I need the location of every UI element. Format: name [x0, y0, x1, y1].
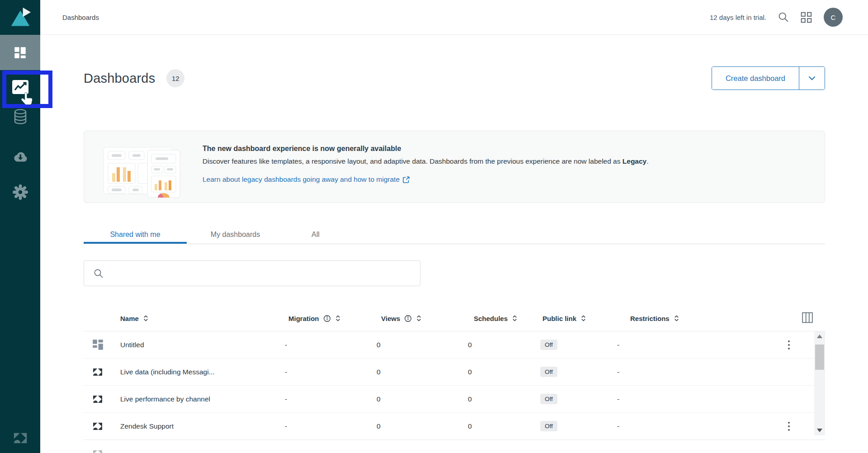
- schedules-cell: 0: [468, 395, 540, 403]
- row-menu-button[interactable]: [788, 422, 790, 431]
- user-avatar[interactable]: C: [824, 8, 843, 27]
- sort-icon[interactable]: [335, 315, 341, 322]
- migration-cell: -: [285, 341, 377, 349]
- explore-logo-icon: [9, 7, 32, 28]
- table-header-row: Name Migration Views Schedules Public li…: [84, 306, 825, 331]
- scroll-down-arrow[interactable]: [814, 426, 825, 434]
- sidebar-item-home[interactable]: [0, 35, 40, 70]
- trial-countdown: 12 days left in trial.: [710, 14, 766, 21]
- schedules-cell: 0: [468, 422, 540, 430]
- zendesk-icon: [92, 421, 103, 432]
- info-icon[interactable]: [404, 315, 412, 322]
- sidebar-item-datasets[interactable]: [0, 109, 40, 125]
- dashboard-name[interactable]: Live data (including Messagi...: [120, 368, 285, 376]
- schedules-cell: 0: [468, 341, 540, 349]
- create-dashboard-split-button: Create dashboard: [712, 66, 825, 90]
- public-link-badge: Off: [540, 394, 557, 404]
- dashboard-name[interactable]: Untitled: [120, 341, 285, 349]
- sort-icon[interactable]: [674, 315, 679, 322]
- scroll-up-arrow[interactable]: [814, 332, 825, 340]
- table-row[interactable]: Live performance by channel - 0 0 Off -: [84, 386, 825, 413]
- dashboard-tile-icon: [92, 339, 104, 350]
- gear-icon: [12, 184, 29, 201]
- header-migration[interactable]: Migration: [288, 315, 319, 322]
- topbar: Dashboards 12 days left in trial. C: [40, 0, 868, 35]
- dashboard-name[interactable]: Live performance by channel: [120, 395, 285, 403]
- migration-cell: -: [285, 368, 377, 376]
- banner-migrate-link[interactable]: Learn about legacy dashboards going away…: [203, 175, 410, 184]
- header-restrictions[interactable]: Restrictions: [630, 315, 670, 322]
- tab-all[interactable]: All: [284, 226, 347, 244]
- announcement-banner: The new dashboard experience is now gene…: [84, 131, 825, 203]
- columns-icon: [802, 312, 813, 324]
- dashboard-grid-icon: [14, 47, 26, 59]
- chevron-down-icon: [808, 76, 816, 80]
- create-dashboard-caret-button[interactable]: [799, 67, 825, 90]
- cloud-download-icon: [11, 150, 29, 165]
- header-name[interactable]: Name: [120, 315, 139, 322]
- restrictions-cell: -: [617, 368, 769, 376]
- apps-grid-icon: [801, 12, 812, 23]
- header-schedules[interactable]: Schedules: [474, 315, 508, 322]
- dashboard-count-badge: 12: [166, 69, 184, 87]
- database-icon: [13, 109, 28, 125]
- table-row-partial: [84, 440, 825, 453]
- dashboard-illustration: [101, 137, 187, 198]
- zendesk-logo: [0, 430, 40, 446]
- schedules-cell: 0: [468, 368, 540, 376]
- table-scrollbar[interactable]: [814, 331, 825, 435]
- search-icon: [778, 12, 789, 23]
- dashboards-table: Name Migration Views Schedules Public li…: [84, 306, 825, 453]
- tab-shared-with-me[interactable]: Shared with me: [84, 226, 187, 244]
- sort-icon[interactable]: [416, 315, 422, 322]
- dashboard-search-box: [84, 260, 420, 286]
- page-title: Dashboards: [84, 71, 155, 86]
- topbar-breadcrumb: Dashboards: [62, 14, 99, 21]
- explore-logo[interactable]: [0, 0, 40, 35]
- search-button[interactable]: [778, 12, 789, 23]
- public-link-badge: Off: [540, 340, 557, 350]
- zendesk-icon: [92, 394, 103, 405]
- views-cell: 0: [377, 422, 468, 430]
- restrictions-cell: -: [617, 341, 769, 349]
- sort-icon[interactable]: [580, 315, 586, 322]
- table-row[interactable]: Live data (including Messagi... - 0 0 Of…: [84, 359, 825, 386]
- search-icon: [94, 269, 104, 278]
- views-cell: 0: [377, 395, 468, 403]
- zendesk-icon: [92, 448, 103, 453]
- main-content: Dashboards 12 Create dashboard: [84, 35, 825, 453]
- migration-cell: -: [285, 395, 377, 403]
- header-public-link[interactable]: Public link: [542, 315, 576, 322]
- sidebar-item-exports[interactable]: [0, 150, 40, 165]
- dashboard-tabs: Shared with me My dashboards All: [84, 226, 825, 244]
- views-cell: 0: [377, 368, 468, 376]
- external-link-icon: [403, 176, 410, 183]
- sidebar: [0, 0, 40, 453]
- table-row[interactable]: Untitled - 0 0 Off -: [84, 331, 825, 359]
- views-cell: 0: [377, 341, 468, 349]
- search-input[interactable]: [109, 261, 420, 286]
- hand-cursor-icon: [20, 92, 35, 108]
- header-views[interactable]: Views: [381, 315, 400, 322]
- app-switcher-button[interactable]: [801, 12, 812, 23]
- dashboard-name[interactable]: Zendesk Support: [120, 422, 285, 430]
- restrictions-cell: -: [617, 395, 769, 403]
- sort-icon[interactable]: [143, 315, 149, 322]
- row-menu-button[interactable]: [788, 340, 790, 349]
- scrollbar-thumb[interactable]: [815, 344, 824, 370]
- zendesk-logo-icon: [12, 430, 28, 446]
- table-row[interactable]: Zendesk Support - 0 0 Off -: [84, 413, 825, 440]
- banner-body: Discover features like templates, a resp…: [203, 157, 649, 165]
- sort-icon[interactable]: [512, 315, 518, 322]
- restrictions-cell: -: [617, 422, 769, 430]
- public-link-badge: Off: [540, 367, 557, 377]
- info-icon[interactable]: [323, 315, 331, 322]
- sidebar-item-settings[interactable]: [0, 184, 40, 201]
- migration-cell: -: [285, 422, 377, 430]
- banner-title: The new dashboard experience is now gene…: [203, 145, 649, 153]
- tab-my-dashboards[interactable]: My dashboards: [187, 226, 284, 244]
- public-link-badge: Off: [540, 421, 557, 431]
- create-dashboard-button[interactable]: Create dashboard: [712, 67, 799, 90]
- zendesk-icon: [92, 367, 103, 378]
- column-settings-button[interactable]: [802, 312, 813, 325]
